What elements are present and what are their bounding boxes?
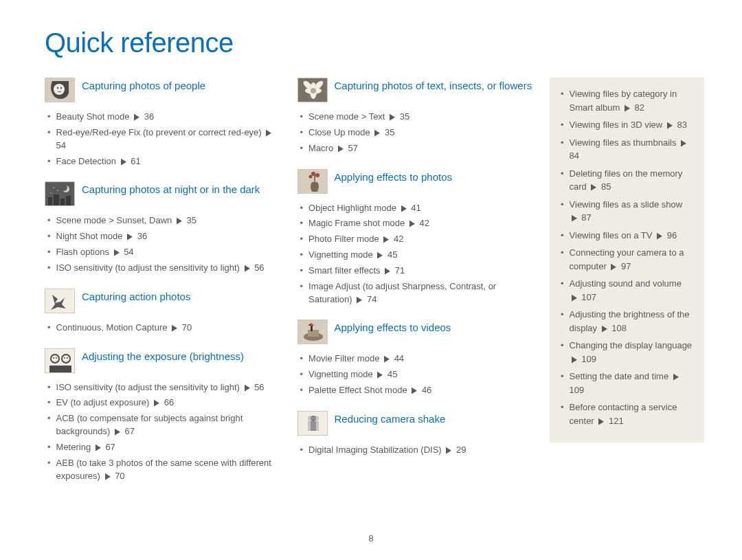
item-list: Beauty Shot mode ▶ 36 Red-eye/Red-eye Fi… bbox=[45, 111, 284, 168]
list-item[interactable]: Magic Frame shot mode ▶ 42 bbox=[300, 217, 537, 230]
list-item[interactable]: Continuous, Motion Capture ▶ 70 bbox=[47, 322, 284, 335]
svg-point-23 bbox=[67, 357, 68, 359]
section-title: Reducing camera shake bbox=[335, 411, 446, 426]
list-item[interactable]: Close Up mode ▶ 35 bbox=[300, 126, 537, 139]
list-item[interactable]: Connecting your camera to a computer ▶ 9… bbox=[561, 246, 693, 273]
svg-point-3 bbox=[60, 87, 62, 89]
svg-point-22 bbox=[64, 357, 65, 359]
list-item[interactable]: Adjusting sound and volume ▶ 107 bbox=[561, 277, 693, 304]
section-video-effects: Applying effects to videos Movie Filter … bbox=[297, 320, 537, 397]
svg-point-21 bbox=[63, 355, 69, 362]
svg-point-35 bbox=[308, 175, 312, 178]
svg-rect-11 bbox=[54, 194, 59, 206]
item-list: Object Highlight mode ▶ 41 Magic Frame s… bbox=[297, 202, 537, 306]
content-columns: Capturing photos of people Beauty Shot m… bbox=[45, 78, 704, 497]
list-item[interactable]: Viewing files as thumbnails ▶ 84 bbox=[561, 136, 693, 163]
flower-icon bbox=[297, 78, 328, 102]
list-item[interactable]: Object Highlight mode ▶ 41 bbox=[300, 202, 537, 215]
list-item[interactable]: Metering ▶ 67 bbox=[47, 441, 284, 454]
list-item[interactable]: Vignetting mode ▶ 45 bbox=[300, 368, 537, 381]
list-item[interactable]: Vignetting mode ▶ 45 bbox=[300, 249, 537, 262]
video-icon bbox=[297, 320, 328, 344]
list-item[interactable]: Before contacting a service center ▶ 121 bbox=[561, 401, 693, 427]
item-list: Scene mode > Sunset, Dawn ▶ 35 Night Sho… bbox=[45, 214, 284, 274]
list-item[interactable]: ISO sensitivity (to adjust the sensitivi… bbox=[47, 381, 284, 394]
section-title: Capturing photos of text, insects, or fl… bbox=[335, 78, 532, 93]
list-item[interactable]: Movie Filter mode ▶ 44 bbox=[300, 352, 537, 366]
svg-point-30 bbox=[311, 88, 316, 93]
svg-rect-24 bbox=[49, 366, 71, 373]
section-title: Capturing photos of people bbox=[82, 78, 205, 93]
section-shake: Reducing camera shake Digital Imaging St… bbox=[297, 411, 537, 457]
item-list: Movie Filter mode ▶ 44 Vignetting mode ▶… bbox=[297, 352, 537, 397]
svg-point-34 bbox=[315, 173, 319, 177]
item-list: Continuous, Motion Capture ▶ 70 bbox=[45, 322, 284, 335]
shake-icon bbox=[297, 411, 328, 436]
list-item[interactable]: Palette Effect Shot mode ▶ 46 bbox=[300, 384, 537, 397]
svg-rect-13 bbox=[66, 196, 71, 206]
section-title: Applying effects to photos bbox=[335, 169, 453, 184]
column-right: Viewing files by category in Smart album… bbox=[550, 78, 704, 497]
section-title: Adjusting the exposure (brightness) bbox=[82, 348, 244, 363]
svg-rect-14 bbox=[45, 289, 75, 313]
section-title: Capturing photos at night or in the dark bbox=[82, 181, 260, 197]
item-list: Digital Imaging Stabilization (DIS) ▶ 29 bbox=[297, 444, 537, 457]
list-item[interactable]: Flash options ▶ 54 bbox=[47, 246, 284, 259]
section-action: Capturing action photos Continuous, Moti… bbox=[45, 289, 284, 335]
page-number: 8 bbox=[368, 533, 373, 544]
column-middle: Capturing photos of text, insects, or fl… bbox=[297, 78, 537, 497]
list-item[interactable]: Adjusting the brightness of the display … bbox=[561, 308, 693, 335]
item-list: Scene mode > Text ▶ 35 Close Up mode ▶ 3… bbox=[297, 111, 537, 155]
list-item[interactable]: Viewing files on a TV ▶ 96 bbox=[561, 229, 693, 243]
list-item[interactable]: Macro ▶ 57 bbox=[300, 142, 537, 155]
list-item[interactable]: Night Shot mode ▶ 36 bbox=[47, 230, 284, 243]
svg-rect-39 bbox=[311, 326, 313, 331]
list-item[interactable]: Viewing files by category in Smart album… bbox=[561, 87, 693, 114]
item-list: ISO sensitivity (to adjust the sensitivi… bbox=[45, 381, 284, 483]
svg-point-45 bbox=[308, 416, 313, 421]
action-icon bbox=[45, 289, 75, 313]
list-item[interactable]: Face Detection ▶ 61 bbox=[47, 155, 284, 168]
list-item[interactable]: Smart filter effects ▶ 71 bbox=[300, 265, 537, 278]
section-photo-effects: Applying effects to photos Object Highli… bbox=[297, 169, 537, 306]
list-item[interactable]: ISO sensitivity (to adjust the sensitivi… bbox=[47, 262, 284, 275]
list-item[interactable]: Beauty Shot mode ▶ 36 bbox=[47, 111, 284, 124]
svg-rect-12 bbox=[60, 199, 65, 206]
list-item[interactable]: Scene mode > Text ▶ 35 bbox=[300, 111, 537, 124]
sidebar-box: Viewing files by category in Smart album… bbox=[550, 78, 704, 443]
svg-point-17 bbox=[52, 355, 58, 362]
list-item[interactable]: Viewing files in 3D view ▶ 83 bbox=[561, 118, 693, 132]
list-item[interactable]: Scene mode > Sunset, Dawn ▶ 35 bbox=[47, 214, 284, 227]
list-item[interactable]: Viewing files as a slide show ▶ 87 bbox=[561, 198, 693, 225]
column-left: Capturing photos of people Beauty Shot m… bbox=[45, 78, 284, 497]
list-item[interactable]: Image Adjust (to adjust Sharpness, Contr… bbox=[300, 280, 537, 306]
section-people: Capturing photos of people Beauty Shot m… bbox=[45, 78, 284, 168]
svg-point-19 bbox=[56, 357, 57, 359]
svg-rect-10 bbox=[48, 197, 52, 206]
list-item[interactable]: AEB (to take 3 photos of the same scene … bbox=[47, 457, 284, 483]
svg-point-33 bbox=[311, 172, 315, 176]
svg-rect-46 bbox=[308, 421, 313, 431]
face-icon bbox=[45, 78, 75, 102]
svg-point-9 bbox=[50, 193, 52, 194]
section-macro: Capturing photos of text, insects, or fl… bbox=[297, 78, 537, 155]
list-item[interactable]: Red-eye/Red-eye Fix (to prevent or corre… bbox=[47, 126, 284, 153]
section-title: Capturing action photos bbox=[82, 289, 190, 304]
list-item[interactable]: ACB (to compensate for subjects against … bbox=[47, 412, 284, 438]
exposure-icon bbox=[45, 348, 75, 373]
list-item[interactable]: Photo Filter mode ▶ 42 bbox=[300, 233, 537, 246]
svg-point-1 bbox=[54, 84, 65, 95]
svg-point-18 bbox=[53, 357, 54, 359]
list-item[interactable]: EV (to adjust exposure) ▶ 66 bbox=[47, 396, 284, 410]
list-item[interactable]: Deleting files on the memory card ▶ 85 bbox=[561, 167, 693, 194]
sidebar-list: Viewing files by category in Smart album… bbox=[561, 87, 693, 427]
svg-point-8 bbox=[57, 190, 58, 192]
list-item[interactable]: Changing the display language ▶ 109 bbox=[561, 339, 693, 366]
svg-rect-38 bbox=[308, 330, 319, 337]
vase-icon bbox=[297, 169, 328, 194]
list-item[interactable]: Digital Imaging Stabilization (DIS) ▶ 29 bbox=[300, 444, 537, 457]
svg-rect-44 bbox=[313, 421, 319, 431]
svg-point-43 bbox=[313, 416, 319, 421]
section-title: Applying effects to videos bbox=[335, 320, 451, 335]
list-item[interactable]: Setting the date and time ▶ 109 bbox=[561, 370, 693, 396]
